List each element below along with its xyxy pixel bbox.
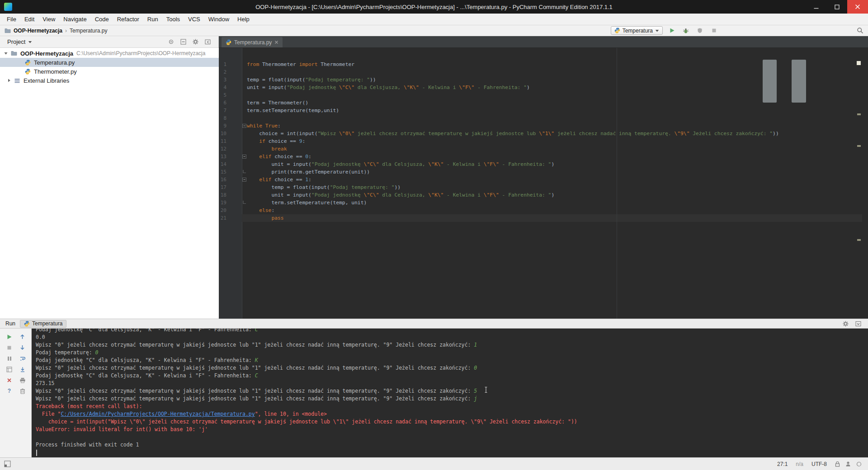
console-line: Wpisz "0" jeżeli chcesz otrzymać tempera… [36,364,868,372]
stop-button[interactable] [5,343,14,352]
line-number: 12 [219,145,226,153]
menu-item-code[interactable]: Code [91,14,113,25]
menu-item-window[interactable]: Window [204,14,233,25]
editor[interactable]: 123456789101112131415161718192021 from T… [219,48,868,319]
chevron-right-icon[interactable] [7,78,12,83]
toolwindow-toggle-button[interactable] [4,461,11,467]
code-line: elif choice == 0: [242,153,862,160]
line-number: 1 [219,61,226,68]
minimize-button[interactable] [806,0,826,14]
breadcrumb-item[interactable]: Temperatura.py [70,28,107,34]
collapse-all-button[interactable] [179,38,187,46]
run-config-select[interactable]: Temperatura [611,26,663,35]
status-widgets: 27:1 n/a UTF-8 [777,461,868,467]
maximize-button[interactable] [826,0,847,14]
help-button[interactable]: ? [5,386,14,395]
menu-item-tools[interactable]: Tools [162,14,184,25]
project-header-actions [167,38,211,46]
line-number: 18 [219,191,226,199]
up-stack-button[interactable] [18,332,27,341]
event-log-icon[interactable] [856,461,862,467]
code-line: print(term.getTemperature(unit)) [242,168,862,176]
window-title: OOP-Hermetyzacja - [C:\Users\Admin\Pycha… [0,4,868,10]
breadcrumb-item[interactable]: OOP-Hermetyzacja [14,28,62,34]
settings-gear-icon[interactable] [192,38,199,46]
debug-button[interactable] [681,26,691,35]
caret-position-widget[interactable]: 27:1 [777,461,788,467]
console-line: Wpisz "0" jeżeli chcesz otrzymać tempera… [36,395,868,403]
vcs-widget[interactable]: n/a [796,461,803,467]
close-button[interactable] [5,376,14,385]
console-line: 0.0 [36,334,868,341]
run-header-actions [842,320,862,327]
tree-item-external-libraries[interactable]: External Libraries [0,76,219,85]
menu-item-edit[interactable]: Edit [20,14,38,25]
run-toolbar-cluster: Temperatura [611,25,719,36]
menu-item-help[interactable]: Help [233,14,254,25]
menu-item-run[interactable]: Run [143,14,162,25]
project-panel-title[interactable]: Project [7,38,25,45]
tab-temperatura[interactable]: Temperatura.py [222,37,283,47]
chevron-down-icon [28,41,32,43]
error-stripe-status [857,61,861,65]
tree-item-temperatura-py[interactable]: Temperatura.py [0,58,219,67]
search-everywhere-button[interactable] [857,25,863,36]
rerun-button[interactable] [5,332,14,341]
line-number: 5 [219,91,226,99]
menu-item-file[interactable]: File [3,14,20,25]
menu-item-refactor[interactable]: Refactor [113,14,143,25]
line-number: 10 [219,130,226,137]
encoding-widget[interactable]: UTF-8 [811,461,827,467]
python-file-icon [24,321,30,327]
line-number: 7 [219,107,226,114]
folder-icon [5,28,11,33]
menu-item-vcs[interactable]: VCS [184,14,204,25]
hide-panel-button[interactable] [204,38,211,46]
tree-item-thermometer-py[interactable]: Thermometer.py [0,67,219,76]
stop-button[interactable] [709,26,719,35]
clear-button[interactable] [18,386,27,395]
project-tree: OOP-HermetyzacjaC:\Users\Admin\PycharmPr… [0,48,219,85]
console-output[interactable]: Podaj jednostkę "C" dla Celsjusza, "K" -… [32,329,868,457]
menu-item-navigate[interactable]: Navigate [59,14,90,25]
hide-toolwindow-button[interactable] [854,320,862,327]
python-file-icon [226,39,231,45]
code-line: while True: [242,122,862,130]
console-line: Podaj jednostkę "C" dla Celsjusza, "K" -… [36,357,868,364]
run-button[interactable] [667,26,677,35]
line-number: 13 [219,153,226,160]
chevron-down-icon[interactable] [4,51,9,56]
run-toolbar: ? [0,329,32,457]
error-stripe-mark[interactable] [857,113,861,115]
scroll-end-button[interactable] [18,365,27,374]
line-number: 14 [219,160,226,168]
settings-gear-icon[interactable] [842,320,849,327]
navigation-bar: OOP-Hermetyzacja›Temperatura.py Temperat… [0,25,868,36]
hector-icon[interactable] [845,461,851,467]
coverage-button[interactable] [695,26,705,35]
error-stripe-mark[interactable] [857,239,861,241]
soft-wrap-button[interactable] [18,354,27,363]
status-icons [835,461,862,467]
pause-output-button[interactable] [5,354,14,363]
tree-root-row[interactable]: OOP-HermetyzacjaC:\Users\Admin\PycharmPr… [0,49,219,58]
pycharm-logo-icon [4,3,12,11]
print-button[interactable] [18,376,27,385]
error-stripe-mark[interactable] [857,145,861,147]
line-number: 3 [219,76,226,84]
status-bar: 27:1 n/a UTF-8 [0,457,868,470]
console-caret [36,450,37,456]
close-button[interactable] [847,0,868,14]
stack-trace-link[interactable]: C:/Users/Admin/PycharmProjects/OOP-Herme… [61,411,255,417]
down-stack-button[interactable] [18,343,27,352]
run-tab-temperatura[interactable]: Temperatura [20,320,66,328]
editor-tab-label: Temperatura.py [234,39,272,46]
run-tab-label: Temperatura [32,320,62,327]
menu-item-view[interactable]: View [38,14,59,25]
line-number: 15 [219,168,226,176]
locate-button[interactable] [167,38,175,46]
code-line: break [242,145,862,153]
close-icon[interactable] [274,40,278,44]
lock-icon[interactable] [835,461,840,467]
restore-layout-button[interactable] [5,365,14,374]
